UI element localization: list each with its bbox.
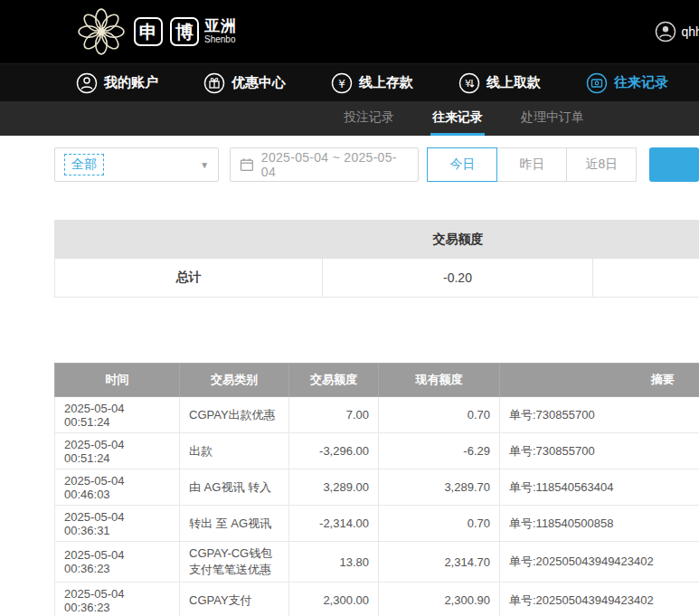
cell-amount: 3,289.00 [289,469,379,506]
cell-amount: 2,300.00 [289,583,379,616]
sub-navigation: 投注记录 往来记录 处理中订单 [0,101,699,136]
filter-bar: 全部 ▼ 2025-05-04 ~ 2025-05-04 今日 昨日 近8日 [0,136,699,182]
cell-time: 2025-05-04 00:36:23 [55,583,180,616]
table-row: 2025-05-04 00:51:24 出款 -3,296.00 -6.29 单… [55,433,699,469]
summary-total-value: -0.20 [323,259,593,298]
brand-region: 亚洲 [204,18,237,34]
gift-icon [203,72,225,94]
cell-time: 2025-05-04 00:51:24 [55,397,180,433]
type-select[interactable]: 全部 ▼ [54,147,219,182]
account-icon [76,72,98,94]
quick-range-group: 今日 昨日 近8日 [428,147,637,182]
user-avatar-icon [655,21,676,43]
cell-balance: 0.70 [379,397,500,433]
nav-item-withdraw[interactable]: ¥ 线上取款 [458,72,541,94]
nav-label: 线上存款 [359,74,413,91]
cell-time: 2025-05-04 00:36:31 [55,506,180,542]
svg-text:¥: ¥ [465,78,471,90]
date-range-value: 2025-05-04 ~ 2025-05-04 [261,150,410,179]
nav-label: 优惠中心 [231,74,286,91]
table-row: 2025-05-04 00:46:03 由 AG视讯 转入 3,289.00 3… [55,469,699,506]
tab-processing-orders[interactable]: 处理中订单 [519,101,586,136]
nav-label: 我的账户 [104,74,158,91]
caret-down-icon: ▼ [200,160,209,170]
cell-amount: 13.80 [289,542,379,583]
table-row: 2025-05-04 00:36:23 CGPAY-CG钱包支付笔笔送优惠 13… [55,542,699,583]
nav-label: 往来记录 [614,74,668,91]
col-header-amount: 交易额度 [289,364,379,397]
cell-balance: 0.70 [379,506,500,542]
col-header-type: 交易类别 [180,364,289,397]
records-icon [586,72,608,94]
yesterday-button[interactable]: 昨日 [496,147,567,182]
flower-logo-icon [76,6,127,57]
table-header-row: 时间 交易类别 交易额度 现有额度 摘要 [55,364,699,397]
summary-table: 交易额度 总计 -0.20 [54,220,699,298]
tab-betting-records[interactable]: 投注记录 [342,101,396,136]
cell-summary: 单号:202505043949423402 [500,583,699,616]
col-header-summary: 摘要 [500,364,699,397]
tab-transaction-records[interactable]: 往来记录 [430,101,485,136]
top-header: 申 博 亚洲 Shenbo qhhw [0,0,699,63]
brand-char-1: 申 [134,17,163,46]
cell-summary: 单号:118540563404 [500,469,699,506]
records-table: 时间 交易类别 交易额度 现有额度 摘要 2025-05-04 00:51:24… [54,363,699,616]
cell-time: 2025-05-04 00:51:24 [55,433,180,469]
cell-amount: 7.00 [289,397,379,433]
deposit-coin-icon: ¥ [331,72,353,94]
nav-item-transaction-records[interactable]: 往来记录 [586,72,668,94]
cell-balance: -6.29 [379,433,500,469]
table-row: 2025-05-04 00:36:31 转出 至 AG视讯 -2,314.00 … [55,506,699,542]
col-header-balance: 现有额度 [379,364,500,397]
cell-balance: 3,289.70 [379,469,500,506]
table-row: 2025-05-04 00:36:23 CGPAY支付 2,300.00 2,3… [55,583,699,616]
cell-summary: 单号:202505043949423402 [500,542,699,583]
type-select-value: 全部 [64,154,104,175]
main-navigation: 我的账户 优惠中心 ¥ 线上存款 ¥ 线上取款 往来记录 [0,63,699,101]
cell-type: 由 AG视讯 转入 [180,469,289,506]
brand-char-2: 博 [170,17,199,46]
brand-logo[interactable]: 申 博 亚洲 Shenbo [76,6,237,57]
cell-balance: 2,314.70 [379,542,500,583]
nav-item-deposit[interactable]: ¥ 线上存款 [331,72,413,94]
col-header-time: 时间 [55,364,180,397]
brand-subtitle: Shenbo [204,35,237,45]
tab-label: 投注记录 [344,109,394,126]
cell-summary: 单号:730855700 [500,397,699,433]
cell-amount: -3,296.00 [289,433,379,469]
table-row: 2025-05-04 00:51:24 CGPAY出款优惠 7.00 0.70 … [55,397,699,433]
tab-label: 处理中订单 [521,109,584,126]
summary-total-row: 总计 -0.20 [54,259,699,298]
svg-text:¥: ¥ [338,77,345,90]
cell-type: CGPAY支付 [180,583,289,616]
date-range-input[interactable]: 2025-05-04 ~ 2025-05-04 [230,147,419,182]
calendar-icon [240,157,254,172]
username: qhhw [682,24,699,39]
cell-type: CGPAY-CG钱包支付笔笔送优惠 [180,542,289,583]
summary-empty-cell [593,259,699,298]
last-8-days-button[interactable]: 近8日 [566,147,637,182]
cell-amount: -2,314.00 [289,506,379,542]
summary-header-amount: 交易额度 [323,232,593,248]
nav-item-my-account[interactable]: 我的账户 [76,72,158,94]
nav-item-promotions[interactable]: 优惠中心 [203,72,286,94]
cell-time: 2025-05-04 00:36:23 [55,542,180,583]
nav-label: 线上取款 [486,74,541,91]
user-account[interactable]: qhhw [655,0,699,63]
cell-summary: 单号:730855700 [500,433,699,469]
cell-type: CGPAY出款优惠 [180,397,289,433]
today-button[interactable]: 今日 [427,147,497,182]
cell-type: 出款 [180,433,289,469]
tab-label: 往来记录 [432,109,483,126]
cell-balance: 2,300.90 [379,583,500,616]
withdraw-coin-icon: ¥ [458,72,480,94]
summary-header-row: 交易额度 [54,220,699,259]
search-button[interactable] [649,147,699,182]
summary-total-label: 总计 [54,259,323,298]
cell-type: 转出 至 AG视讯 [180,506,289,542]
cell-summary: 单号:118540500858 [500,506,699,542]
cell-time: 2025-05-04 00:46:03 [55,469,180,506]
